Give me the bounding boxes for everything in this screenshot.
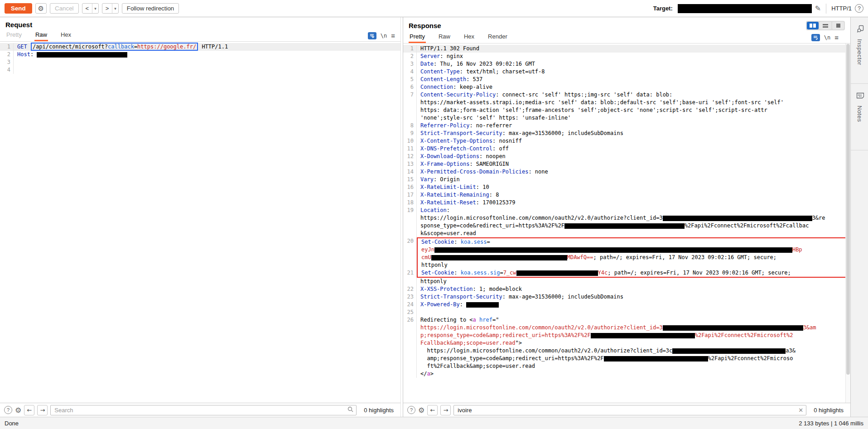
code-line: https://login.microsoftonline.com/common… bbox=[403, 214, 850, 222]
response-scrollbar[interactable] bbox=[845, 43, 850, 403]
request-title: Request bbox=[5, 21, 32, 29]
inspector-tab[interactable]: Inspector bbox=[851, 17, 868, 84]
line-number bbox=[403, 254, 417, 261]
split-columns-view-button[interactable] bbox=[807, 22, 819, 29]
line-number: 4 bbox=[0, 66, 14, 74]
line-number: 3 bbox=[403, 60, 417, 68]
line-number bbox=[403, 347, 417, 355]
redacted-text bbox=[663, 325, 803, 331]
tab-pretty[interactable]: Pretty bbox=[5, 29, 23, 41]
edit-target-button[interactable]: ✎ bbox=[815, 4, 821, 13]
code-line: 2Host: bbox=[0, 51, 400, 58]
code-line: 1HTTP/1.1 302 Found bbox=[403, 45, 850, 53]
show-newlines-icon[interactable]: \n bbox=[824, 34, 830, 41]
split-rows-view-button[interactable] bbox=[820, 22, 831, 29]
line-number: 11 bbox=[403, 145, 417, 153]
notes-tab[interactable]: Notes bbox=[851, 84, 868, 150]
line-number bbox=[403, 261, 417, 269]
line-number bbox=[403, 362, 417, 370]
status-text: Done bbox=[5, 420, 19, 427]
gear-icon: ⚙ bbox=[38, 5, 44, 13]
search-prev-button[interactable]: ← bbox=[427, 405, 438, 415]
code-line: 12X-Download-Options: noopen bbox=[403, 153, 850, 160]
search-icon bbox=[347, 406, 353, 414]
tab-render[interactable]: Render bbox=[487, 31, 508, 43]
line-number bbox=[403, 324, 417, 332]
tab-hex[interactable]: Hex bbox=[60, 29, 72, 41]
line-number: 2 bbox=[0, 51, 14, 58]
code-line: 22X-XSS-Protection: 1; mode=block bbox=[403, 285, 850, 293]
code-line: </a> bbox=[403, 370, 850, 378]
help-button[interactable]: ? bbox=[855, 4, 863, 13]
editor-menu-icon[interactable]: ≡ bbox=[391, 32, 395, 39]
code-line: https://market-assets.strapi.io;media-sr… bbox=[403, 99, 850, 106]
response-metrics: 2 133 bytes | 1 046 millis bbox=[799, 420, 863, 427]
left-arrow-icon: ← bbox=[27, 407, 32, 414]
code-line: k&scope=user.read bbox=[403, 230, 850, 237]
send-button[interactable]: Send bbox=[5, 3, 32, 14]
target-label: Target: bbox=[653, 5, 673, 12]
repeater-window: Send ⚙ Cancel < ▾ > ▾ Follow redirection… bbox=[0, 0, 868, 429]
code-line: 9Strict-Transport-Security: max-age=3153… bbox=[403, 130, 850, 137]
word-wrap-icon[interactable] bbox=[811, 34, 820, 41]
history-back-menu-button[interactable]: ▾ bbox=[92, 4, 98, 13]
code-line: 16X-RateLimit-Limit: 10 bbox=[403, 183, 850, 191]
search-settings-gear-icon[interactable]: ⚙ bbox=[15, 406, 21, 415]
search-prev-button[interactable]: ← bbox=[24, 405, 34, 415]
line-number: 18 bbox=[403, 199, 417, 207]
follow-redirection-button[interactable]: Follow redirection bbox=[122, 3, 179, 14]
redacted-text bbox=[431, 255, 567, 260]
history-forward-menu-button[interactable]: ▾ bbox=[112, 4, 118, 13]
inspector-icon bbox=[855, 25, 864, 33]
line-number: 20 bbox=[403, 237, 417, 246]
line-number: 24 bbox=[403, 301, 417, 308]
response-panel: Response PrettyRawHexRender \n ≡ bbox=[403, 17, 850, 417]
code-line: 4Content-Type: text/html; charset=utf-8 bbox=[403, 68, 850, 76]
single-view-button[interactable] bbox=[832, 22, 844, 29]
search-help-button[interactable]: ? bbox=[4, 406, 12, 414]
cancel-button[interactable]: Cancel bbox=[50, 3, 79, 14]
pencil-icon: ✎ bbox=[815, 4, 821, 13]
tab-raw[interactable]: Raw bbox=[34, 29, 48, 41]
editor-menu-icon[interactable]: ≡ bbox=[834, 34, 839, 41]
code-line: 18X-RateLimit-Reset: 1700125379 bbox=[403, 199, 850, 207]
request-search-input[interactable] bbox=[50, 405, 357, 415]
word-wrap-icon[interactable] bbox=[368, 32, 376, 39]
line-number bbox=[403, 230, 417, 237]
tab-hex[interactable]: Hex bbox=[463, 31, 475, 43]
left-arrow-icon: ← bbox=[430, 407, 435, 414]
search-settings-gear-icon[interactable]: ⚙ bbox=[418, 406, 424, 415]
code-line: 7Content-Security-Policy: connect-src 's… bbox=[403, 91, 850, 99]
response-editor[interactable]: 1HTTP/1.1 302 Found2Server: nginx3Date: … bbox=[403, 43, 850, 403]
chevron-down-icon: ▾ bbox=[94, 6, 96, 11]
history-back-split-button: < ▾ bbox=[82, 3, 99, 14]
question-mark-icon: ? bbox=[858, 5, 861, 12]
history-forward-button[interactable]: > bbox=[102, 4, 112, 13]
show-newlines-icon[interactable]: \n bbox=[381, 33, 387, 39]
http-version-selector[interactable]: HTTP/1 bbox=[831, 5, 852, 12]
right-sidebar: Inspector Notes bbox=[850, 17, 868, 417]
main-area: Request PrettyRawHex \n ≡ 1GET /api/conn… bbox=[0, 17, 868, 417]
history-forward-split-button: > ▾ bbox=[102, 3, 119, 14]
line-number: 9 bbox=[403, 130, 417, 137]
code-line: 26Redirecting to <a href=" bbox=[403, 316, 850, 324]
inspector-label: Inspector bbox=[856, 39, 863, 65]
line-number: 25 bbox=[403, 308, 417, 316]
code-line: 24X-Powered-By: bbox=[403, 301, 850, 308]
history-back-button[interactable]: < bbox=[82, 4, 92, 13]
redacted-text bbox=[591, 333, 695, 338]
code-line: p;response_type=code&amp;redirect_uri=ht… bbox=[403, 332, 850, 339]
response-search-input[interactable] bbox=[453, 405, 806, 415]
tab-raw[interactable]: Raw bbox=[438, 31, 451, 43]
send-settings-button[interactable]: ⚙ bbox=[35, 3, 47, 14]
tab-pretty[interactable]: Pretty bbox=[409, 31, 426, 43]
code-line: https: data:;form-action 'self';frame-an… bbox=[403, 106, 850, 114]
search-next-button[interactable]: → bbox=[440, 405, 451, 415]
code-line: 5Content-Length: 537 bbox=[403, 76, 850, 83]
code-line: 11X-DNS-Prefetch-Control: off bbox=[403, 145, 850, 153]
search-next-button[interactable]: → bbox=[37, 405, 48, 415]
search-help-button[interactable]: ? bbox=[407, 406, 415, 414]
clear-search-icon[interactable]: ✕ bbox=[798, 407, 803, 414]
request-editor[interactable]: 1GET /api/connect/microsoft?callback=htt… bbox=[0, 42, 400, 403]
code-line: 20Set-Cookie: koa.sess= bbox=[403, 237, 850, 246]
